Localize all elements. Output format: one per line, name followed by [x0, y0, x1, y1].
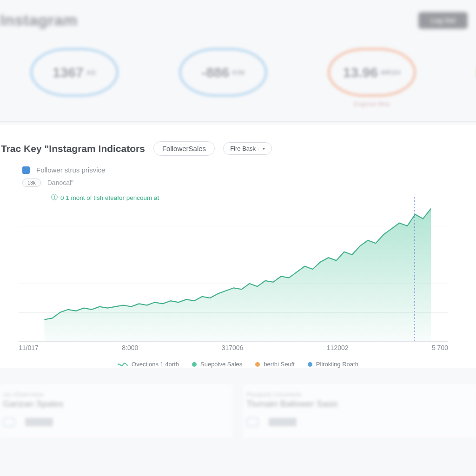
sub-row-text: Danocal" [47, 179, 73, 186]
card-overline: Psunports Conuments [246, 391, 476, 398]
card-bar-placeholder [269, 418, 297, 426]
card-bar-placeholder [25, 418, 53, 426]
card-icon [3, 417, 15, 427]
card-title: Tlumain Ballower Sasic [246, 399, 476, 409]
header-action-button[interactable]: Log Out [418, 12, 468, 29]
series-label: Follower strus prisvice [36, 166, 105, 174]
legend-squiggle-icon [118, 363, 128, 366]
legend-item[interactable]: Ovections 1 4orth [118, 361, 179, 368]
line-chart-svg [19, 197, 448, 341]
kpi-unit: KIM [232, 69, 245, 76]
kpi-card-3[interactable] [456, 48, 476, 107]
kpi-card-1[interactable]: -886 KIM [158, 48, 288, 107]
bottom-cards: uss 1Doen-hese Garizan Spales Psunports … [0, 383, 476, 438]
legend-label: Plirokiing Roath [316, 361, 358, 368]
kpi-ring-icon: 1367 AD [30, 48, 119, 97]
chart-plot-area[interactable] [19, 197, 448, 341]
x-tick: 112002 [327, 344, 349, 351]
card-title: Garizan Spales [3, 399, 232, 409]
bottom-card[interactable]: Psunports Conuments Tlumain Ballower Sas… [244, 383, 476, 438]
bottom-card[interactable]: uss 1Doen-hese Garizan Spales [0, 383, 232, 438]
x-tick: 11/017 [19, 344, 39, 351]
legend-dot-icon [308, 362, 312, 367]
chart-panel: Trac Key "Instagram Indicators FollowerS… [0, 125, 476, 368]
range-dropdown-label: Fire Bask · [230, 145, 259, 152]
range-dropdown[interactable]: Fire Bask · ▾ [223, 142, 272, 155]
chart-title: Trac Key "Instagram Indicators [1, 143, 145, 154]
mini-badge[interactable]: 13k [22, 178, 41, 187]
x-tick: 5 700 [432, 344, 448, 351]
kpi-ring-icon: -886 KIM [179, 48, 267, 97]
legend-item[interactable]: Suepoive Sales [192, 361, 242, 368]
card-overline: uss 1Doen-hese [3, 391, 232, 398]
legend-label: Suepoive Sales [200, 361, 242, 368]
kpi-ring-icon: 13.96 MRSH [328, 48, 416, 97]
chart-legend: Ovections 1 4orth Suepoive Sales berthi … [0, 361, 476, 368]
legend-item[interactable]: berthi Seuft [255, 361, 295, 368]
kpi-value: -886 [201, 65, 229, 80]
x-tick: 8:000 [122, 344, 138, 351]
kpi-subtitle: Engrove Mno [354, 100, 390, 107]
legend-dot-icon [255, 362, 260, 367]
legend-label: berthi Seuft [264, 361, 295, 368]
x-tick: 317006 [222, 344, 244, 351]
kpi-card-0[interactable]: 1367 AD [9, 48, 139, 107]
metric-pill[interactable]: FollowerSales [153, 141, 215, 156]
chevron-down-icon: ▾ [263, 146, 265, 151]
page-title: Instagram [0, 11, 78, 29]
card-icon [246, 417, 258, 427]
kpi-card-2[interactable]: 13.96 MRSH Engrove Mno [307, 48, 437, 107]
kpi-unit: MRSH [381, 69, 401, 76]
legend-item[interactable]: Plirokiing Roath [308, 361, 358, 368]
legend-dot-icon [192, 362, 197, 367]
legend-label: Ovections 1 4orth [132, 361, 179, 368]
kpi-value: 1367 [53, 65, 84, 80]
kpi-value: 13.96 [343, 65, 378, 80]
kpi-row: 1367 AD -886 KIM 13.96 MRSH Engrove Mno [0, 43, 476, 122]
series-checkbox[interactable] [22, 166, 30, 174]
x-axis: 11/017 8:000 317006 112002 5 700 [19, 344, 448, 351]
kpi-unit: AD [86, 69, 96, 76]
